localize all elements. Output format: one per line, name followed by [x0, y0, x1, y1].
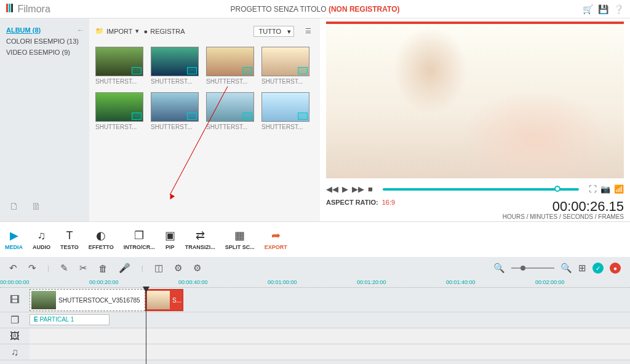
progress-slider[interactable]	[383, 188, 579, 191]
zoom-in-button[interactable]: 🔍	[560, 263, 572, 274]
tab-testo[interactable]: TTESTO	[55, 229, 84, 250]
media-thumb[interactable]: SHUTTERST...	[95, 47, 143, 85]
cut-button[interactable]: ✂	[79, 263, 87, 274]
import-button[interactable]: 📁 IMPORT ▾	[95, 27, 139, 35]
new-folder-icon[interactable]: 🗋	[9, 201, 19, 212]
record-marker-button[interactable]: ●	[610, 263, 621, 274]
media-thumb[interactable]: SHUTTERST...	[151, 92, 199, 130]
redo-button[interactable]: ↷	[28, 263, 36, 274]
aspect-ratio-value: 16:9	[382, 199, 395, 215]
marker-button[interactable]: ✓	[592, 263, 604, 274]
forward-button[interactable]: ▶▶	[352, 184, 364, 194]
pip-track-icon: ❐	[0, 312, 30, 328]
play-button[interactable]: ▶	[342, 184, 348, 194]
undo-button[interactable]: ↶	[9, 263, 17, 274]
tab-audio[interactable]: ♫AUDIO	[28, 229, 55, 250]
tab-effetto[interactable]: ◐EFFETTO	[84, 229, 119, 250]
image-track-icon: 🖼	[0, 328, 30, 344]
volume-icon[interactable]: 📶	[614, 184, 624, 194]
video-clip[interactable]: SHUTTERSTOCK_V3516785	[30, 289, 145, 311]
settings1-button[interactable]: ⚙	[174, 263, 182, 274]
tab-introcr[interactable]: ❐INTRO/CR...	[119, 229, 160, 250]
settings2-button[interactable]: ⚙	[193, 263, 201, 274]
filter-select[interactable]: TUTTO	[253, 26, 294, 37]
preview-monitor	[326, 22, 624, 178]
media-thumb[interactable]: SHUTTERST...	[151, 47, 199, 85]
media-thumb[interactable]: SHUTTERST...	[261, 92, 309, 130]
ruler-mark: 00:00:20:00	[89, 279, 119, 285]
fullscreen-icon[interactable]: ⛶	[589, 184, 597, 194]
stop-button[interactable]: ■	[368, 184, 373, 194]
fit-button[interactable]: ⊞	[578, 263, 586, 274]
app-logo: Filmora	[6, 4, 50, 15]
sidebar-item-album[interactable]: ALBUM (8)	[6, 25, 83, 36]
ruler-mark: 00:01:20:00	[357, 279, 386, 285]
save-icon[interactable]: 💾	[598, 4, 608, 14]
voiceover-button[interactable]: 🎤	[119, 263, 130, 274]
video-clip-selected[interactable]: S...	[145, 289, 183, 311]
tab-splitsc[interactable]: ▦SPLIT SC...	[220, 229, 260, 250]
video-track-icon: 🎞	[0, 288, 30, 312]
ruler-mark: 00:00:40:00	[178, 279, 208, 285]
zoom-out-button[interactable]: 🔍	[493, 263, 505, 274]
zoom-slider[interactable]	[511, 267, 554, 269]
ruler-mark: 00:00:00:00	[0, 279, 30, 285]
view-list-icon[interactable]: ☰	[303, 25, 314, 38]
tab-transizi[interactable]: ⇄TRANSIZI...	[180, 229, 220, 250]
tab-media[interactable]: ▶MEDIA	[0, 229, 28, 250]
collapse-sidebar-icon[interactable]: ←	[77, 26, 84, 34]
tab-export[interactable]: ➦EXPORT	[260, 229, 292, 250]
sidebar-item-videos[interactable]: VIDEO ESEMPIO (9)	[6, 47, 83, 58]
tab-pip[interactable]: ▣PIP	[160, 229, 180, 250]
timecode: 00:00:26.15	[552, 199, 624, 215]
sidebar-item-colors[interactable]: COLORI ESEMPIO (13)	[6, 36, 83, 47]
project-title: PROGETTO SENZA TITOLO (NON REGISTRATO)	[231, 5, 400, 14]
rewind-button[interactable]: ◀◀	[326, 184, 338, 194]
aspect-ratio-label: ASPECT RATIO:	[326, 199, 378, 215]
annotation-arrow: ▼	[228, 86, 228, 87]
ruler-mark: 00:01:00:00	[268, 279, 297, 285]
playhead[interactable]	[146, 288, 146, 364]
help-icon[interactable]: ❔	[613, 4, 624, 14]
media-thumb[interactable]: SHUTTERST...	[95, 92, 143, 130]
ruler-mark: 00:01:40:00	[446, 279, 476, 285]
record-button[interactable]: ● REGISTRA	[144, 28, 185, 35]
delete-folder-icon[interactable]: 🗎	[31, 201, 41, 212]
media-thumb[interactable]: SHUTTERST...	[261, 47, 309, 85]
crop-button[interactable]: ◫	[154, 263, 163, 274]
snapshot-icon[interactable]: 📷	[600, 184, 610, 194]
edit-button[interactable]: ✎	[60, 263, 68, 274]
pip-clip[interactable]: E PARTICAL 1	[30, 314, 110, 325]
cart-icon[interactable]: 🛒	[583, 4, 593, 14]
audio-track-icon: ♫	[0, 344, 30, 360]
media-thumb[interactable]: SHUTTERST...	[206, 47, 254, 85]
ruler-mark: 00:02:00:00	[535, 279, 565, 285]
delete-button[interactable]: 🗑	[98, 263, 108, 274]
